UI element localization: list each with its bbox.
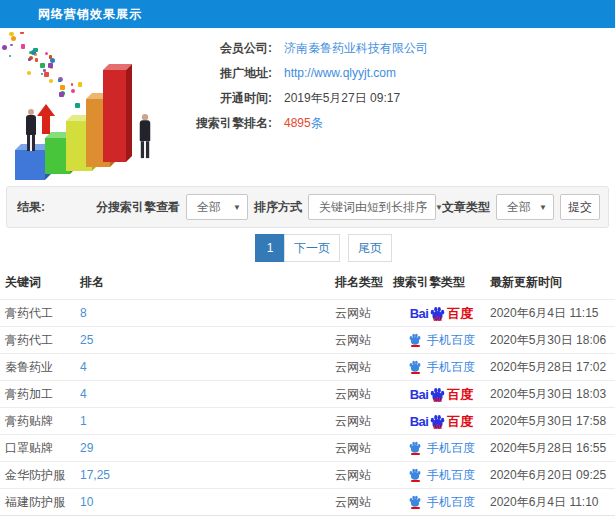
baidu-paw-icon: [408, 333, 422, 347]
chevron-down-icon: ▼: [225, 203, 241, 212]
keyword-cell: 秦鲁药业: [0, 354, 80, 381]
table-row: 膏药加工 4 云网站 Bai du 百度 2020年5月30日 18:03: [0, 381, 615, 408]
rank-type-cell: 云网站: [335, 408, 393, 435]
table-row: 金华防护服 17,25 云网站 手机百度 2020年6月20日 09:25: [0, 462, 615, 489]
sort-filter-select[interactable]: 关键词由短到长排序 ▼: [308, 194, 436, 220]
baidu-paw-icon: [408, 495, 422, 509]
table-row: 口罩贴牌 29 云网站 手机百度 2020年5月28日 16:55: [0, 435, 615, 462]
keyword-cell: [0, 516, 80, 520]
update-time-cell: 2020年5月30日 18:06: [490, 327, 615, 354]
rank-link[interactable]: 8: [80, 306, 87, 320]
baidu-pc-logo: Bai du 百度: [410, 306, 474, 320]
rank-type-cell: [335, 516, 393, 520]
engine-filter-label: 分搜索引擎查看: [96, 199, 180, 216]
col-header-rank: 排名: [80, 268, 335, 300]
page: 网络营销效果展示 会员公司: 济南秦鲁药业科技有限公司 推广地址: http:/…: [0, 0, 615, 520]
info-row-company: 会员公司: 济南秦鲁药业科技有限公司: [170, 36, 600, 60]
company-info-list: 会员公司: 济南秦鲁药业科技有限公司 推广地址: http://www.qlyy…: [170, 36, 600, 136]
rank-type-cell: 云网站: [335, 300, 393, 327]
update-time-cell: 2020年6月20日 09:25: [490, 462, 615, 489]
type-filter-select[interactable]: 全部 ▼: [496, 194, 554, 220]
baidu-pc-logo: Bai du 百度: [410, 387, 474, 401]
update-time-cell: [490, 516, 615, 520]
rank-link[interactable]: 1: [80, 414, 87, 428]
col-header-rank-type: 排名类型: [335, 268, 393, 300]
rank-type-cell: 云网站: [335, 327, 393, 354]
result-section-label: 结果:: [17, 199, 45, 216]
keyword-cell: 福建防护服: [0, 489, 80, 516]
rank-link[interactable]: 25: [80, 333, 93, 347]
baidu-mobile-badge: 手机百度: [408, 467, 475, 484]
info-row-url: 推广地址: http://www.qlyyjt.com: [170, 61, 600, 85]
keyword-cell: 膏药贴牌: [0, 408, 80, 435]
col-header-engine-type: 搜索引擎类型: [393, 268, 490, 300]
pagination: 1 下一页 尾页: [0, 228, 615, 268]
baidu-mobile-badge: 手机百度: [408, 359, 475, 376]
next-page-button[interactable]: 下一页: [284, 234, 340, 262]
open-time-value: 2019年5月27日 09:17: [284, 90, 400, 107]
last-page-button[interactable]: 尾页: [348, 234, 392, 262]
bar-chart-illustration: [2, 32, 170, 182]
rank-count-value: 4895条: [284, 115, 323, 132]
update-time-cell: 2020年6月4日 11:15: [490, 300, 615, 327]
engine-filter-value: 全部: [197, 199, 221, 216]
rank-link[interactable]: 10: [80, 495, 93, 509]
rank-type-cell: 云网站: [335, 435, 393, 462]
rank-link[interactable]: 4: [80, 387, 87, 401]
col-header-update-time: 最新更新时间: [490, 268, 615, 300]
baidu-mobile-badge: 手机百度: [408, 494, 475, 511]
baidu-paw-icon: [408, 441, 422, 455]
engine-filter-select[interactable]: 全部 ▼: [186, 194, 248, 220]
table-row: 膏药贴牌 1 云网站 Bai du 百度 2020年5月30日 17:58: [0, 408, 615, 435]
table-row: 福建防护服 10 云网站 手机百度 2020年6月4日 11:10: [0, 489, 615, 516]
page-button-1[interactable]: 1: [255, 234, 285, 262]
update-time-cell: 2020年5月30日 17:58: [490, 408, 615, 435]
rank-type-cell: 云网站: [335, 462, 393, 489]
promo-url-label: 推广地址:: [170, 65, 272, 82]
info-section: 会员公司: 济南秦鲁药业科技有限公司 推广地址: http://www.qlyy…: [0, 28, 615, 186]
rank-count-number: 4895: [284, 116, 311, 130]
rank-type-cell: 云网站: [335, 381, 393, 408]
illustration-bar-5: [103, 70, 126, 162]
table-header-row: 关键词 排名 排名类型 搜索引擎类型 最新更新时间: [0, 268, 615, 300]
results-table: 关键词 排名 排名类型 搜索引擎类型 最新更新时间 膏药代工 8 云网站 Bai…: [0, 268, 615, 520]
company-link[interactable]: 济南秦鲁药业科技有限公司: [284, 40, 428, 57]
info-row-open-time: 开通时间: 2019年5月27日 09:17: [170, 86, 600, 110]
page-title: 网络营销效果展示: [38, 6, 142, 23]
rank-link[interactable]: 4: [80, 360, 87, 374]
rank-link[interactable]: 29: [80, 441, 93, 455]
table-row: 膏药代工 8 云网站 Bai du 百度 2020年6月4日 11:15: [0, 300, 615, 327]
rank-type-cell: 云网站: [335, 489, 393, 516]
update-time-cell: 2020年5月28日 16:55: [490, 435, 615, 462]
baidu-mobile-badge: 手机百度: [408, 332, 475, 349]
baidu-paw-icon: du: [429, 387, 446, 402]
keyword-cell: 膏药加工: [0, 381, 80, 408]
baidu-mobile-badge: 手机百度: [408, 440, 475, 457]
up-arrow-icon: [37, 104, 55, 134]
app-header: 网络营销效果展示: [0, 0, 615, 28]
submit-button[interactable]: 提交: [560, 194, 600, 220]
sort-filter-label: 排序方式: [254, 199, 302, 216]
keyword-cell: 膏药代工: [0, 327, 80, 354]
rank-count-unit: 条: [311, 116, 323, 130]
update-time-cell: 2020年6月4日 11:10: [490, 489, 615, 516]
keyword-cell: 口罩贴牌: [0, 435, 80, 462]
baidu-paw-icon: [408, 468, 422, 482]
type-filter-value: 全部: [507, 199, 531, 216]
table-row: 秦鲁药业 4 云网站 手机百度 2020年5月28日 17:02: [0, 354, 615, 381]
col-header-keyword: 关键词: [0, 268, 80, 300]
baidu-pc-logo: Bai du 百度: [410, 414, 474, 428]
rank-link[interactable]: 17,25: [80, 468, 110, 482]
baidu-paw-icon: du: [429, 414, 446, 429]
rank-type-cell: 云网站: [335, 354, 393, 381]
info-row-rank-count: 搜索引擎排名: 4895条: [170, 111, 600, 135]
promo-url-link[interactable]: http://www.qlyyjt.com: [284, 66, 396, 80]
update-time-cell: 2020年5月30日 18:03: [490, 381, 615, 408]
table-row: 膏药代工 25 云网站 手机百度 2020年5月30日 18:06: [0, 327, 615, 354]
keyword-cell: 膏药代工: [0, 300, 80, 327]
illustration-bar-1: [15, 150, 45, 180]
chevron-down-icon: ▼: [427, 203, 443, 212]
company-label: 会员公司:: [170, 40, 272, 57]
filter-bar: 结果: 分搜索引擎查看 全部 ▼ 排序方式 关键词由短到长排序 ▼ 文章类型 全…: [6, 186, 609, 228]
rank-count-label: 搜索引擎排名:: [170, 115, 272, 132]
